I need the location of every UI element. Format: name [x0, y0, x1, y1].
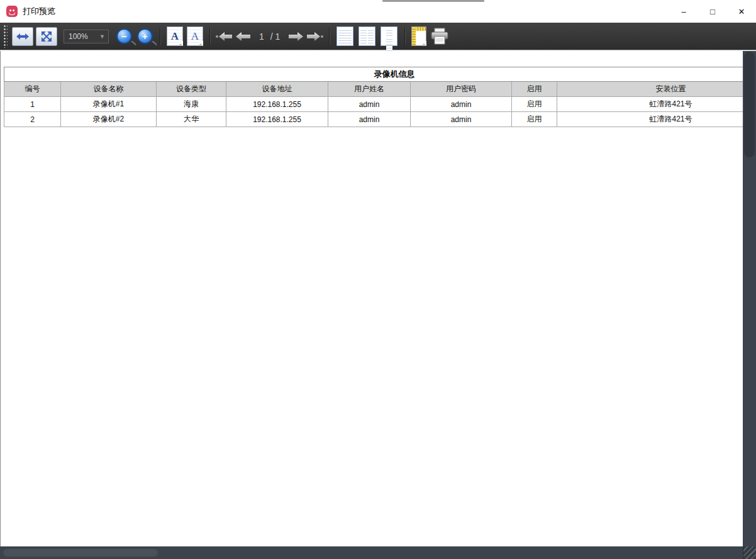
printer-icon [430, 28, 450, 45]
resize-grip[interactable] [743, 546, 756, 559]
two-page-icon [360, 28, 367, 44]
four-page-icon [386, 28, 392, 36]
first-page-icon [216, 31, 233, 42]
toolbar-separator [329, 28, 330, 45]
minimize-button[interactable]: – [669, 0, 698, 23]
table-header-row: 编号 设备名称 设备类型 设备地址 用户姓名 用户密码 启用 安装位置 [4, 82, 756, 97]
last-page-button[interactable] [306, 31, 323, 42]
vertical-scrollbar[interactable] [743, 51, 756, 546]
cell: 大华 [157, 112, 226, 127]
maximize-icon: □ [710, 7, 715, 16]
zoom-level-select[interactable]: 100% ▼ [64, 30, 109, 43]
zoom-in-icon: + [142, 31, 148, 42]
close-icon: ✕ [738, 7, 745, 16]
font-smaller-button[interactable]: A [167, 26, 183, 46]
horizontal-scrollbar-thumb[interactable] [3, 549, 158, 556]
cell: 录像机#2 [61, 112, 157, 127]
cell: 海康 [157, 97, 226, 112]
cell: admin [411, 112, 512, 127]
chevron-down-icon: ▼ [99, 33, 105, 40]
zoom-in-button[interactable]: + [137, 28, 153, 44]
cell: admin [411, 97, 512, 112]
toolbar-grip[interactable] [3, 25, 8, 48]
window-controls: – □ ✕ [669, 0, 756, 23]
zoom-out-icon: − [121, 31, 127, 42]
preview-area: 录像机信息 编号 设备名称 设备类型 设备地址 用户姓名 用户密码 启用 安装位… [0, 51, 756, 546]
print-button[interactable] [430, 28, 450, 45]
first-page-button[interactable] [216, 31, 233, 42]
total-pages: / 1 [270, 31, 281, 42]
current-page: 1 [259, 31, 264, 42]
toolbar-separator [209, 28, 210, 45]
fit-width-button[interactable] [12, 27, 33, 46]
titlebar: 打印预览 – □ ✕ [0, 0, 756, 23]
close-button[interactable]: ✕ [727, 0, 756, 23]
table-row: 2 录像机#2 大华 192.168.1.255 admin admin 启用 … [4, 112, 756, 127]
vertical-scrollbar-thumb[interactable] [744, 52, 755, 157]
previous-page-icon [235, 31, 251, 42]
cell: 虹漕路421号 [557, 97, 756, 112]
page-setup-button[interactable] [411, 26, 426, 46]
single-page-icon [338, 28, 352, 44]
maximize-button[interactable]: □ [698, 0, 727, 23]
cell: 启用 [512, 97, 557, 112]
fit-page-icon [40, 30, 53, 43]
col-header-password: 用户密码 [411, 82, 512, 97]
col-header-no: 编号 [4, 82, 61, 97]
cell: 启用 [512, 112, 557, 127]
two-page-view-button[interactable] [359, 26, 375, 46]
one-page-view-button[interactable] [336, 26, 353, 46]
minimize-icon: – [681, 7, 686, 16]
report-table: 录像机信息 编号 设备名称 设备类型 设备地址 用户姓名 用户密码 启用 安装位… [4, 67, 756, 127]
cell: 录像机#1 [61, 97, 157, 112]
horizontal-scrollbar[interactable] [0, 546, 756, 559]
col-header-install-location: 安装位置 [557, 82, 756, 97]
col-header-device-type: 设备类型 [157, 82, 226, 97]
four-page-view-button[interactable] [381, 26, 397, 46]
zoom-level-value: 100% [69, 32, 88, 41]
fit-width-icon [16, 32, 30, 41]
col-header-enabled: 启用 [512, 82, 557, 97]
toolbar-separator [404, 28, 405, 45]
col-header-username: 用户姓名 [328, 82, 411, 97]
toolbar-separator [160, 28, 160, 45]
col-header-device-address: 设备地址 [226, 82, 328, 97]
previous-page-button[interactable] [235, 31, 251, 42]
cell: 虹漕路421号 [557, 112, 756, 127]
cell: 2 [4, 112, 61, 127]
app-icon [6, 6, 18, 17]
cell: 1 [4, 97, 61, 112]
cell: 192.168.1.255 [226, 97, 328, 112]
table-row: 1 录像机#1 海康 192.168.1.255 admin admin 启用 … [4, 97, 756, 112]
next-page-icon [288, 31, 304, 42]
col-header-device-name: 设备名称 [61, 82, 157, 97]
page-indicator: 1 / 1 [256, 31, 283, 42]
cell: 192.168.1.255 [226, 112, 328, 127]
next-page-button[interactable] [288, 31, 304, 42]
print-preview-window: 打印预览 – □ ✕ 100% ▼ [0, 0, 756, 559]
last-page-icon [306, 31, 323, 42]
zoom-out-button[interactable]: − [116, 28, 132, 44]
page-setup-icon [421, 41, 426, 46]
background-window-artifact [382, 0, 484, 2]
fit-page-button[interactable] [36, 27, 57, 46]
font-larger-button[interactable]: A [187, 26, 203, 46]
cell: admin [328, 112, 411, 127]
window-title: 打印预览 [23, 6, 55, 17]
cell: admin [328, 97, 411, 112]
toolbar: 100% ▼ − + A A 1 / 1 [0, 23, 756, 50]
report-title: 录像机信息 [4, 67, 756, 82]
